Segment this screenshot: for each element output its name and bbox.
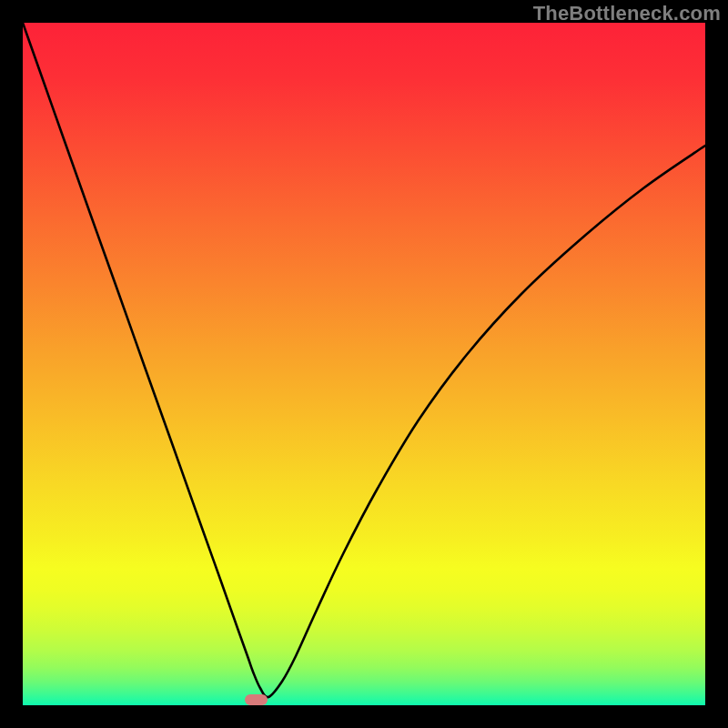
bottleneck-curve: [23, 23, 705, 697]
minimum-marker: [245, 694, 268, 705]
chart-frame: TheBottleneck.com: [0, 0, 728, 728]
curve-layer: [23, 23, 705, 705]
plot-area: [23, 23, 705, 705]
watermark-text: TheBottleneck.com: [533, 2, 721, 25]
